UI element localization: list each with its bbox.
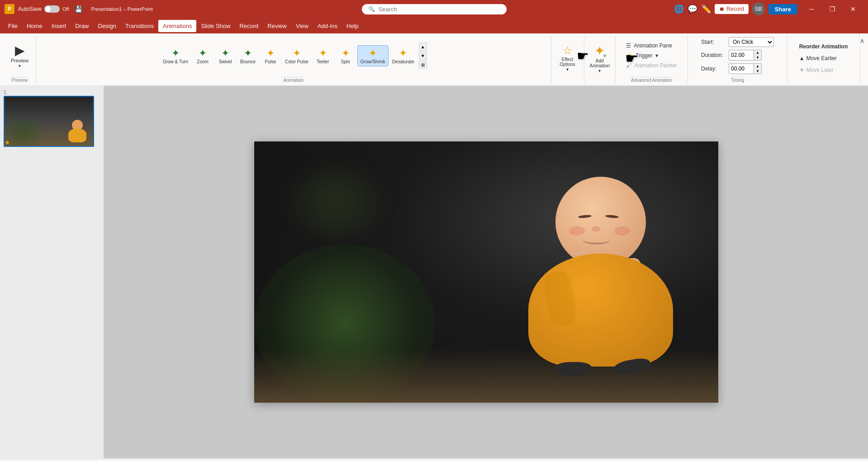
timing-delay-row: Delay: ▲ ▼ — [701, 63, 774, 74]
menu-insert[interactable]: Insert — [47, 20, 71, 32]
animation-pulse[interactable]: ✦ Pulse — [260, 46, 281, 66]
add-animation-button[interactable]: ✦+ AddAnimation ▾ — [587, 42, 612, 75]
menu-animations[interactable]: Animations — [158, 20, 196, 32]
ribbon: ▶ Preview ▾ Preview ✦ Grow & Turn ✦ Zoom… — [0, 33, 868, 86]
animation-painter-button[interactable]: 🖌 Animation Painter — [624, 61, 679, 70]
preview-group-label: Preview — [12, 77, 28, 84]
menu-file[interactable]: File — [4, 20, 22, 32]
menu-design[interactable]: Design — [94, 20, 121, 32]
duration-spinner: ▲ ▼ — [754, 50, 761, 60]
slide-thumb-image[interactable] — [4, 96, 94, 147]
status-bar: Slide 1 of 1 ♿ English (United States) A… — [0, 458, 868, 461]
ribbon-group-timing: Start: On Click With Previous After Prev… — [688, 35, 787, 84]
record-label: Record — [726, 6, 744, 12]
grow-turn-label: Grow & Turn — [163, 59, 188, 64]
scroll-down-button[interactable]: ▼ — [419, 52, 427, 60]
trigger-chevron: ▾ — [655, 52, 658, 59]
start-label: Start: — [701, 39, 726, 45]
ribbon-group-effect: ☆ EffectOptions ▾ ☛ — [551, 35, 584, 84]
timing-group-label: Timing — [731, 77, 745, 84]
monk-nose — [592, 226, 601, 232]
monk-left-eye — [578, 215, 591, 219]
animation-grow-shrink[interactable]: ✦ Grow/Shrink — [357, 45, 389, 66]
search-icon: 🔍 — [368, 6, 375, 12]
animation-grow-turn[interactable]: ✦ Grow & Turn — [160, 46, 191, 66]
menu-review[interactable]: Review — [263, 20, 291, 32]
autosave-toggle[interactable] — [44, 5, 60, 13]
animation-spin[interactable]: ✦ Spin — [335, 46, 356, 66]
animation-zoom[interactable]: ✦ Zoom — [192, 46, 213, 66]
record-circle-icon: ⏺ — [719, 6, 725, 12]
painter-icon: 🖌 — [626, 62, 631, 69]
canvas-area — [104, 86, 868, 458]
duration-up-button[interactable]: ▲ — [754, 50, 761, 55]
menu-transitions[interactable]: Transitions — [121, 20, 158, 32]
animation-desaturate[interactable]: ✦ Desaturate — [389, 46, 417, 66]
monk-right-cheek — [614, 226, 630, 235]
move-earlier-button[interactable]: ▲ Move Earlier — [797, 54, 850, 62]
thumb-monk-body — [68, 129, 86, 142]
zoom-icon: ✦ — [199, 47, 207, 59]
ribbon-group-animation: ✦ Grow & Turn ✦ Zoom ✦ Swivel ✦ Bounce ✦… — [36, 35, 551, 84]
record-button[interactable]: ⏺ Record — [715, 4, 749, 14]
slide-canvas[interactable] — [254, 141, 718, 403]
menu-help[interactable]: Help — [342, 20, 363, 32]
pen-icon: ✏️ — [701, 4, 711, 14]
add-anim-chevron-icon: ▾ — [598, 68, 601, 73]
animation-pane-button[interactable]: ☰ Animation Pane — [624, 42, 679, 50]
slide-thumbnail[interactable]: ★ — [4, 96, 100, 147]
search-box[interactable]: 🔍 — [362, 4, 507, 14]
ribbon-group-reorder: Reorder Animation ▲ Move Earlier ▼ Move … — [787, 35, 860, 84]
monk-robe — [528, 254, 673, 367]
move-later-icon: ▼ — [799, 67, 805, 73]
scroll-expand-button[interactable]: ⊞ — [419, 61, 427, 69]
delay-up-button[interactable]: ▲ — [754, 64, 761, 69]
duration-input[interactable] — [729, 51, 754, 59]
main-area: 1 ★ — [0, 86, 868, 458]
monk-left-cheek — [569, 226, 585, 235]
reorder-title: Reorder Animation — [799, 43, 848, 50]
menu-slideshow[interactable]: Slide Show — [196, 20, 235, 32]
animation-group-label: Animation — [284, 77, 304, 84]
animation-star-badge: ★ — [5, 139, 10, 146]
autosave-state: Off — [62, 6, 69, 12]
restore-button[interactable]: ❐ — [822, 0, 843, 18]
start-dropdown[interactable]: On Click With Previous After Previous — [729, 37, 774, 47]
window-controls: ─ ❐ ✕ — [801, 0, 863, 18]
animation-bounce[interactable]: ✦ Bounce — [237, 46, 259, 66]
slide-panel: 1 ★ — [0, 86, 104, 458]
ribbon-group-preview: ▶ Preview ▾ Preview — [4, 35, 36, 84]
effect-options-button[interactable]: ☆ EffectOptions ▾ — [554, 42, 581, 74]
add-animation-label: AddAnimation — [590, 58, 610, 68]
user-avatar: SB — [752, 3, 765, 15]
minimize-button[interactable]: ─ — [801, 0, 822, 18]
animation-teeter[interactable]: ✦ Teeter — [312, 46, 334, 66]
animation-swivel[interactable]: ✦ Swivel — [214, 46, 236, 66]
monk-right-eye — [605, 215, 618, 219]
preview-button[interactable]: ▶ Preview ▾ — [6, 39, 33, 72]
globe-icon: 🌐 — [674, 4, 684, 14]
duration-down-button[interactable]: ▼ — [754, 55, 761, 60]
delay-input[interactable] — [729, 65, 754, 73]
scroll-up-button[interactable]: ▲ — [419, 42, 427, 51]
color-pulse-icon: ✦ — [293, 47, 301, 59]
move-earlier-icon: ▲ — [799, 55, 805, 61]
menu-addins[interactable]: Add-ins — [313, 20, 342, 32]
menu-draw[interactable]: Draw — [71, 20, 93, 32]
share-button[interactable]: Share — [768, 4, 797, 14]
effect-chevron-icon: ▾ — [566, 67, 569, 72]
ribbon-collapse-button[interactable]: ∧ — [860, 37, 864, 44]
menu-record[interactable]: Record — [235, 20, 263, 32]
delay-down-button[interactable]: ▼ — [754, 69, 761, 74]
animation-color-pulse[interactable]: ✦ Color Pulse — [282, 46, 311, 66]
swivel-label: Swivel — [219, 59, 232, 64]
trigger-button[interactable]: ⚡ Trigger ▾ — [624, 52, 679, 60]
save-icon[interactable]: 💾 — [75, 5, 82, 13]
menu-view[interactable]: View — [291, 20, 313, 32]
monk-left-foot — [555, 362, 592, 376]
search-input[interactable] — [379, 6, 500, 13]
move-later-button[interactable]: ▼ Move Later — [797, 66, 850, 74]
robe-detail-left — [542, 270, 578, 328]
close-button[interactable]: ✕ — [843, 0, 863, 18]
menu-home[interactable]: Home — [22, 20, 47, 32]
